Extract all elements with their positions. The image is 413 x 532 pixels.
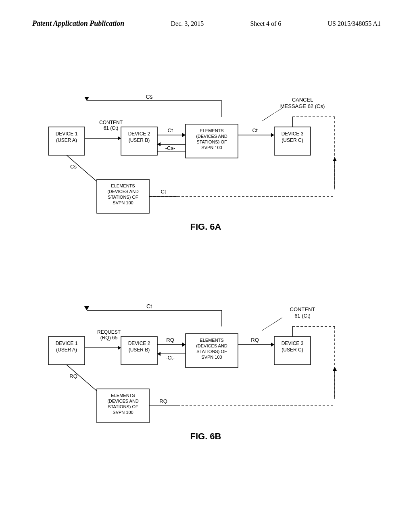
svg-line-56 xyxy=(262,318,282,330)
fig6a-label: FIG. 6A xyxy=(24,222,387,232)
svg-marker-1 xyxy=(84,97,89,101)
svg-text:ELEMENTS: ELEMENTS xyxy=(111,183,135,188)
svg-text:DEVICE 2: DEVICE 2 xyxy=(128,341,150,346)
svg-text:STATIONS) OF: STATIONS) OF xyxy=(196,139,227,144)
publication-date: Dec. 3, 2015 xyxy=(171,20,204,27)
svg-text:DEVICE 3: DEVICE 3 xyxy=(282,131,304,137)
publication-title: Patent Application Publication xyxy=(32,19,124,28)
svg-text:(USER C): (USER C) xyxy=(282,347,303,353)
svg-marker-49 xyxy=(333,157,337,161)
patent-number: US 2015/348055 A1 xyxy=(327,20,381,27)
svg-text:(USER B): (USER B) xyxy=(129,137,150,143)
svg-text:RQ: RQ xyxy=(251,337,259,343)
svg-text:DEVICE 1: DEVICE 1 xyxy=(56,131,78,137)
svg-text:STATIONS) OF: STATIONS) OF xyxy=(108,404,138,409)
svg-marker-51 xyxy=(84,306,89,310)
svg-text:CONTENT: CONTENT xyxy=(290,306,315,312)
svg-text:STATIONS) OF: STATIONS) OF xyxy=(196,349,227,354)
svg-text:(DEVICES AND: (DEVICES AND xyxy=(196,343,227,348)
svg-text:(RQ) 65: (RQ) 65 xyxy=(100,335,118,341)
svg-text:RQ: RQ xyxy=(159,398,167,404)
svg-marker-18 xyxy=(182,133,186,137)
svg-marker-29 xyxy=(271,133,274,137)
svg-text:STATIONS) OF: STATIONS) OF xyxy=(108,195,138,200)
svg-text:SVPN 100: SVPN 100 xyxy=(113,410,133,415)
svg-text:(USER B): (USER B) xyxy=(129,347,150,353)
svg-text:CANCEL: CANCEL xyxy=(292,97,313,103)
svg-text:61 (Ct): 61 (Ct) xyxy=(294,313,311,319)
fig6b-diagram: Ct CONTENT 61 (Ct) DEVICE 1 (USER A) REQ… xyxy=(24,274,387,443)
fig6a-diagram: Cs CANCEL MESSAGE 62 (Cs) DEVICE 1 (USER… xyxy=(24,64,387,234)
svg-text:Ct: Ct xyxy=(168,127,173,133)
svg-text:Cs: Cs xyxy=(70,164,77,170)
svg-text:(DEVICES AND: (DEVICES AND xyxy=(107,189,139,194)
svg-marker-71 xyxy=(157,352,161,356)
svg-marker-98 xyxy=(333,367,337,371)
svg-text:DEVICE 1: DEVICE 1 xyxy=(56,341,78,346)
svg-text:SVPN 100: SVPN 100 xyxy=(201,355,222,360)
svg-marker-68 xyxy=(182,343,186,347)
svg-marker-13 xyxy=(118,136,121,140)
svg-text:Cs: Cs xyxy=(146,94,152,100)
svg-marker-21 xyxy=(157,142,161,146)
svg-marker-79 xyxy=(271,343,274,347)
svg-text:RQ: RQ xyxy=(69,373,77,379)
svg-text:(DEVICES AND: (DEVICES AND xyxy=(196,134,227,139)
svg-marker-63 xyxy=(118,346,121,350)
svg-text:RQ: RQ xyxy=(166,337,174,343)
fig6b-label: FIG. 6B xyxy=(24,431,387,442)
svg-text:Ct: Ct xyxy=(252,127,258,133)
svg-text:(USER C): (USER C) xyxy=(282,137,303,143)
svg-text:DEVICE 3: DEVICE 3 xyxy=(282,341,304,346)
svg-text:SVPN 100: SVPN 100 xyxy=(201,145,222,150)
page-header: Patent Application Publication Dec. 3, 2… xyxy=(0,19,413,28)
svg-text:MESSAGE 62 (Cs): MESSAGE 62 (Cs) xyxy=(280,103,325,109)
svg-text:ELEMENTS: ELEMENTS xyxy=(111,393,135,398)
svg-text:Ct: Ct xyxy=(161,189,166,195)
svg-text:ELEMENTS: ELEMENTS xyxy=(200,128,223,133)
svg-text:DEVICE 2: DEVICE 2 xyxy=(128,131,150,137)
svg-text:-Cs-: -Cs- xyxy=(165,145,175,151)
svg-line-6 xyxy=(262,108,282,121)
svg-text:(USER A): (USER A) xyxy=(56,137,77,143)
svg-text:Ct: Ct xyxy=(146,303,152,310)
svg-text:SVPN 100: SVPN 100 xyxy=(113,200,133,205)
svg-text:-Ct-: -Ct- xyxy=(166,355,175,361)
svg-text:(DEVICES AND: (DEVICES AND xyxy=(107,399,139,403)
svg-text:ELEMENTS: ELEMENTS xyxy=(200,338,223,343)
sheet-info: Sheet 4 of 6 xyxy=(250,20,281,27)
svg-text:REQUEST: REQUEST xyxy=(97,329,121,335)
svg-text:(USER A): (USER A) xyxy=(56,347,77,353)
svg-text:CONTENT: CONTENT xyxy=(99,120,123,125)
svg-text:61 (Ct): 61 (Ct) xyxy=(104,125,119,131)
